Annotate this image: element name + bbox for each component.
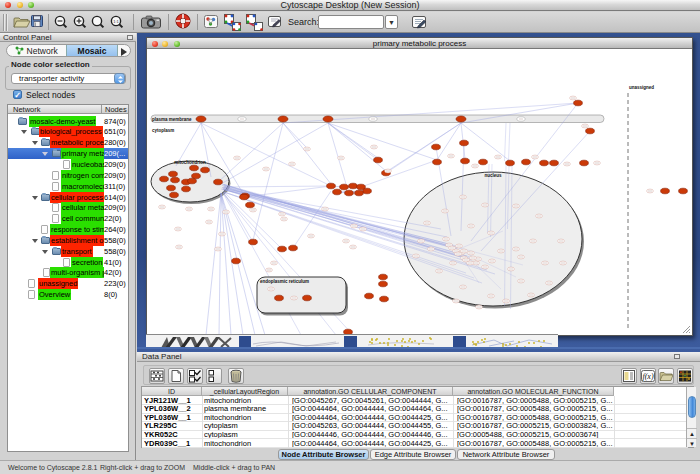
svg-text:mitochondrion: mitochondrion (174, 160, 206, 165)
svg-text:plasma membrane: plasma membrane (152, 117, 192, 122)
svg-text:f(x): f(x) (642, 372, 653, 381)
svg-text:endoplasmic reticulum: endoplasmic reticulum (260, 279, 309, 284)
svg-text:unassigned: unassigned (629, 85, 654, 90)
svg-text:1:1: 1:1 (113, 19, 119, 24)
svg-text:nucleus: nucleus (484, 173, 502, 178)
svg-text:cytoplasm: cytoplasm (152, 128, 174, 133)
